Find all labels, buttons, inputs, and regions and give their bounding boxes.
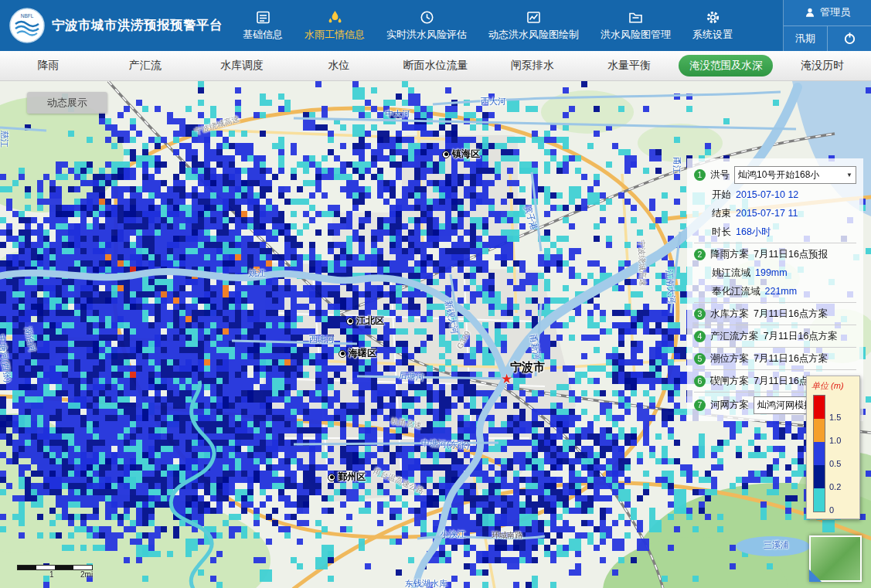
legend-segment <box>814 396 825 419</box>
user-area: 管理员 汛期 <box>783 0 871 51</box>
dynamic-display-button[interactable]: 动态展示 <box>27 92 107 114</box>
main-nav: 基础信息 水雨工情信息 实时洪水风险评估 动态洪水 <box>243 0 733 51</box>
tab-runoff[interactable]: 产汇流 <box>97 59 193 73</box>
legend-segment <box>814 419 825 442</box>
divider <box>694 347 856 348</box>
gate-scheme-label: 碶闸方案 <box>710 375 749 388</box>
rain-scheme-value: 7月11日16点预报 <box>754 248 828 261</box>
step-6-badge: 6 <box>694 376 706 387</box>
step-2-badge: 2 <box>694 249 706 260</box>
legend-tick-label: 1.5 <box>829 413 841 422</box>
nav-flood-map-management[interactable]: 洪水风险图管理 <box>601 9 671 42</box>
tab-inundation-duration[interactable]: 淹没历时 <box>774 59 871 73</box>
flood-number-value: 灿鸿10号开始168小 <box>738 168 819 182</box>
nav-label: 系统设置 <box>692 28 733 42</box>
power-icon <box>843 32 856 45</box>
fenghuajiang-basin-label: 奉化江流域 <box>712 285 760 298</box>
tide-scheme-value: 7月11日16点方案 <box>754 352 828 365</box>
nav-label: 水雨工情信息 <box>305 28 365 42</box>
step-5-badge: 5 <box>694 353 706 365</box>
clock-icon <box>419 9 435 25</box>
tab-gate-pump-drainage[interactable]: 闸泵排水 <box>484 59 580 73</box>
start-label: 开始 <box>712 189 731 202</box>
nav-label: 洪水风险图管理 <box>601 28 671 42</box>
divider <box>694 325 856 325</box>
tab-label: 淹没历时 <box>801 59 844 71</box>
flood-number-select[interactable]: 灿鸿10号开始168小 ▼ <box>734 166 856 184</box>
user-icon <box>805 7 815 18</box>
minimap-toggle-button[interactable] <box>809 569 822 582</box>
legend-tick-label: 0 <box>829 505 834 515</box>
brand: NBFL 宁波市城市洪涝预报预警平台 <box>0 0 230 51</box>
end-value: 2015-07-17 11 <box>736 208 798 219</box>
legend-segment <box>814 488 825 512</box>
flood-platform-app: NBFL 宁波市城市洪涝预报预警平台 基础信息 水雨工情信息 <box>0 0 871 588</box>
flood-number-label: 洪号 <box>710 168 730 182</box>
tab-label: 水位 <box>328 59 349 71</box>
yaojiang-basin-value: 199mm <box>755 267 788 278</box>
tab-label: 水量平衡 <box>607 59 651 71</box>
start-value: 2015-07-10 12 <box>736 189 798 200</box>
chevron-down-icon: ▼ <box>846 172 852 178</box>
step-1-badge: 1 <box>694 169 706 181</box>
water-drops-icon <box>327 9 343 25</box>
reservoir-scheme-value: 7月11日16点方案 <box>754 308 828 321</box>
nav-water-rain-info[interactable]: 水雨工情信息 <box>305 9 365 42</box>
rain-scheme-label: 降雨方案 <box>710 248 749 261</box>
legend-segment <box>814 442 825 465</box>
river-network-scheme-label: 河网方案 <box>710 399 749 412</box>
tab-rainfall[interactable]: 降雨 <box>0 59 97 73</box>
map-scalebar: 1 2mi <box>17 565 93 580</box>
duration-label: 时长 <box>712 226 731 239</box>
nav-label: 基础信息 <box>243 28 283 42</box>
logo-text: NBFL <box>21 13 34 19</box>
user-name: 管理员 <box>820 5 850 19</box>
tab-water-level[interactable]: 水位 <box>291 59 387 73</box>
page-title: 宁波市城市洪涝预报预警平台 <box>52 17 223 34</box>
nav-dynamic-flood-map[interactable]: 动态洪水风险图绘制 <box>488 9 579 42</box>
legend-tick-label: 0.2 <box>829 482 841 491</box>
top-header: NBFL 宁波市城市洪涝预报预警平台 基础信息 水雨工情信息 <box>0 0 871 51</box>
tab-water-balance[interactable]: 水量平衡 <box>580 59 677 73</box>
runoff-scheme-label: 产汇流方案 <box>710 330 759 343</box>
tab-label: 降雨 <box>38 59 60 71</box>
legend-tick-label: 1.0 <box>829 436 841 445</box>
scalebar-mid-label: 1 <box>49 570 54 579</box>
duration-value: 168小时 <box>736 226 771 239</box>
nav-system-settings[interactable]: 系统设置 <box>692 9 733 42</box>
gear-icon <box>705 9 721 25</box>
tab-label: 断面水位流量 <box>403 59 468 71</box>
folder-map-icon <box>628 9 644 25</box>
platform-logo-icon: NBFL <box>9 8 45 43</box>
tab-inundation-extent-depth[interactable]: 淹没范围及水深 <box>678 55 774 76</box>
fenghuajiang-basin-value: 221mm <box>765 286 798 297</box>
legend-colorbar: 1.51.00.50.20 <box>813 395 856 512</box>
chart-map-icon <box>526 9 542 25</box>
yaojiang-basin-label: 姚江流域 <box>712 267 750 280</box>
tab-reservoir-dispatch[interactable]: 水库调度 <box>193 59 290 73</box>
end-label: 结束 <box>712 207 731 220</box>
scalebar-end-label: 2mi <box>80 570 93 579</box>
scalebar-blocks <box>17 565 93 570</box>
runoff-scheme-value: 7月11日16点方案 <box>764 330 838 343</box>
divider <box>694 302 856 303</box>
user-menu[interactable]: 管理员 <box>784 0 871 26</box>
flood-season-button[interactable]: 汛期 <box>784 26 828 52</box>
legend-segment <box>814 465 825 488</box>
nav-label: 实时洪水风险评估 <box>386 28 467 42</box>
divider <box>694 243 856 243</box>
overview-minimap[interactable] <box>809 535 862 582</box>
divider <box>694 369 856 370</box>
reservoir-scheme-label: 水库方案 <box>710 308 749 321</box>
nav-basic-info[interactable]: 基础信息 <box>243 9 283 42</box>
step-3-badge: 3 <box>694 308 706 320</box>
logout-button[interactable] <box>828 26 871 52</box>
tab-section-flow[interactable]: 断面水位流量 <box>387 59 484 73</box>
legend-title: 单位 (m) <box>811 380 856 392</box>
map-canvas[interactable]: 慈江宁波绕城高速中大河西大河镇海区滨子港甬江宁波绕城高速江南大河湖泊河中塘河(西… <box>0 81 871 588</box>
tab-label: 水库调度 <box>220 59 264 71</box>
step-4-badge: 4 <box>694 331 706 342</box>
clipboard-icon <box>255 9 271 25</box>
tab-label: 闸泵排水 <box>511 59 554 71</box>
nav-realtime-flood-risk[interactable]: 实时洪水风险评估 <box>386 9 467 42</box>
